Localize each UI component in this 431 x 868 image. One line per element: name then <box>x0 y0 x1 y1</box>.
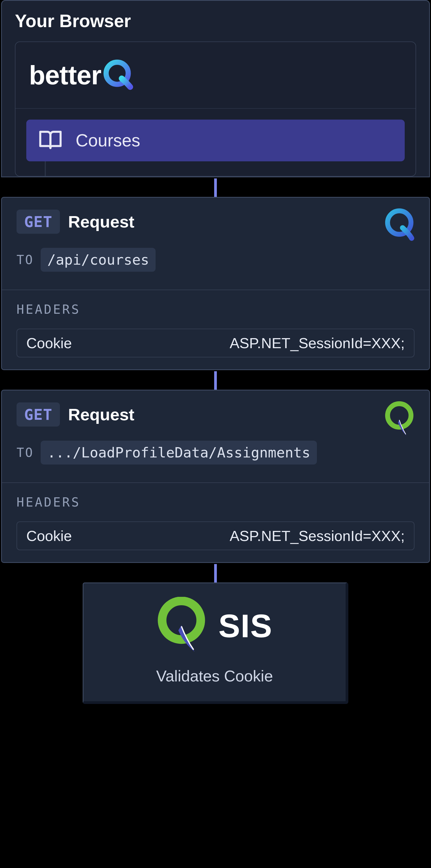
request-label: Request <box>68 212 134 231</box>
browser-window: better <box>15 41 416 177</box>
diagram-root: Your Browser better <box>0 0 431 704</box>
header-key: Cookie <box>26 527 72 544</box>
header-row: Cookie ASP.NET_SessionId=XXX; <box>16 522 415 550</box>
http-method-badge: GET <box>16 402 60 427</box>
request-panel-2: GET Request TO .../LoadProfileData/Assig… <box>1 390 430 563</box>
browser-logo-area: better <box>15 42 416 109</box>
q-green-leaf-icon <box>157 597 208 655</box>
q-green-icon <box>383 400 416 439</box>
to-label: TO <box>16 252 34 267</box>
header-value: ASP.NET_SessionId=XXX; <box>230 335 405 351</box>
betterq-wordmark: better <box>29 60 101 91</box>
browser-title: Your Browser <box>15 10 416 31</box>
request-path: .../LoadProfileData/Assignments <box>41 441 317 465</box>
q-logo-icon <box>102 58 135 92</box>
header-value: ASP.NET_SessionId=XXX; <box>230 527 405 544</box>
header-row: Cookie ASP.NET_SessionId=XXX; <box>16 329 415 358</box>
courses-nav-item[interactable]: Courses <box>26 120 405 161</box>
request-label: Request <box>68 405 134 424</box>
book-open-icon <box>38 128 63 153</box>
browser-panel: Your Browser better <box>1 0 430 177</box>
to-label: TO <box>16 445 34 460</box>
http-method-badge: GET <box>16 210 60 234</box>
headers-label: HEADERS <box>16 495 415 509</box>
request-path: /api/courses <box>41 248 156 272</box>
header-key: Cookie <box>26 335 72 351</box>
sis-server-box: SIS Validates Cookie <box>83 583 348 704</box>
sis-subtitle: Validates Cookie <box>156 667 273 685</box>
headers-label: HEADERS <box>16 302 415 317</box>
courses-label: Courses <box>76 130 140 151</box>
request-panel-1: GET Request TO /api/courses <box>1 197 430 370</box>
q-blue-icon <box>383 207 416 243</box>
sis-label: SIS <box>219 607 272 645</box>
